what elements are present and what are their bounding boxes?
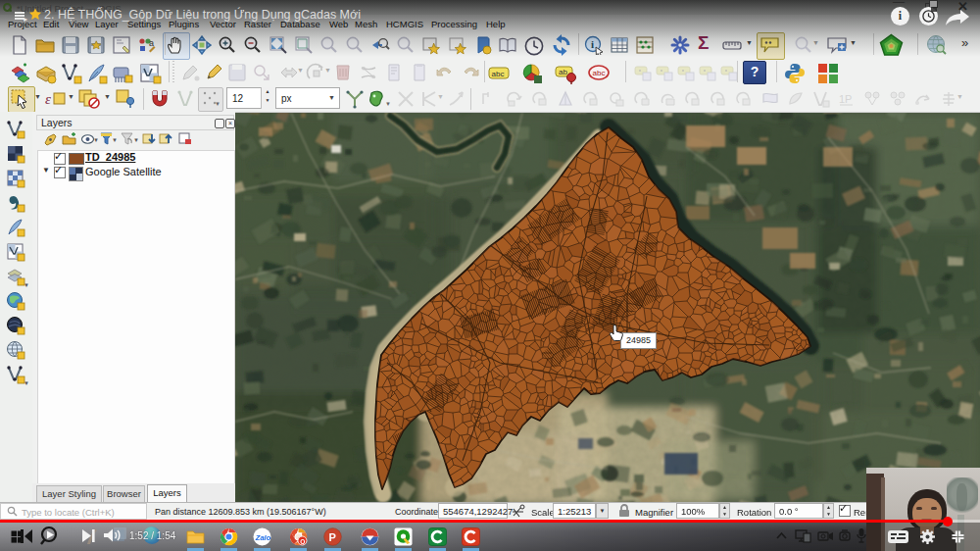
- svg-text:abc: abc: [492, 70, 505, 78]
- svg-text:O: O: [300, 538, 305, 545]
- svg-text:Zalo: Zalo: [255, 533, 271, 542]
- svg-text:P: P: [329, 531, 336, 543]
- svg-text:ε: ε: [45, 91, 51, 107]
- svg-text:a: a: [149, 38, 154, 48]
- svg-text:abc: abc: [593, 69, 606, 77]
- svg-text:1P: 1P: [839, 93, 852, 105]
- svg-text:ab: ab: [559, 68, 567, 76]
- svg-text:i: i: [591, 38, 594, 50]
